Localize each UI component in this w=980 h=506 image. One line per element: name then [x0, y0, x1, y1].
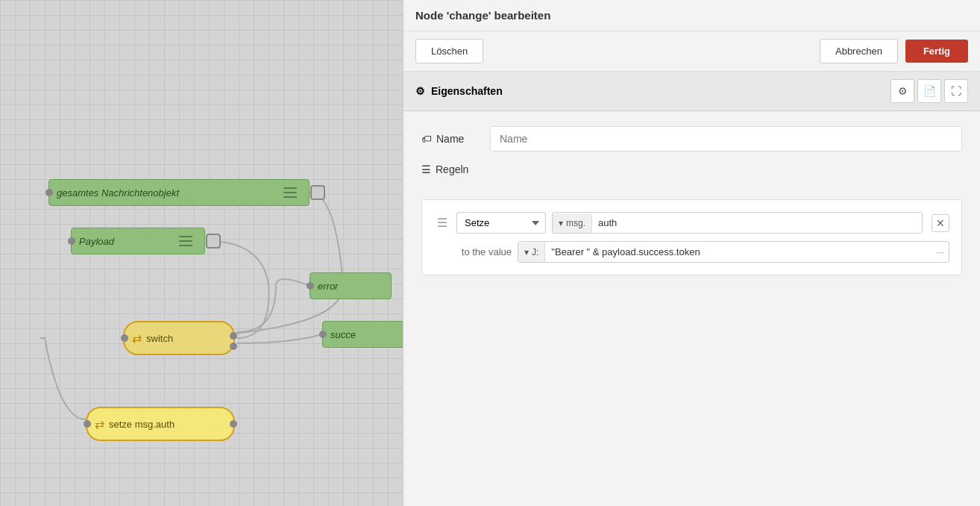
eigenschaften-title: ⚙ Eigenschaften	[415, 85, 891, 97]
port-left	[121, 334, 128, 342]
msg-input[interactable]	[592, 213, 922, 233]
name-label: 🏷 Name	[421, 133, 481, 145]
editor-content: ⚙ Eigenschaften ⚙ 📄 ⛶ 🏷 Name ☰	[403, 72, 980, 506]
value-label: to the value	[452, 246, 512, 257]
eigenschaften-label: Eigenschaften	[431, 85, 503, 97]
name-row: 🏷 Name	[421, 126, 962, 152]
node-setze[interactable]: ⇄ setze msg.auth	[86, 407, 235, 441]
list-icon	[179, 236, 192, 246]
drag-handle[interactable]: ☰	[434, 213, 450, 233]
abbrechen-button[interactable]: Abbrechen	[820, 39, 898, 63]
list-icon	[283, 187, 297, 198]
tab-expand-button[interactable]: ⛶	[944, 79, 968, 103]
port-left	[45, 189, 53, 196]
msg-field-container: ▾ msg.	[552, 212, 923, 234]
regeln-label: ☰ Regeln	[421, 163, 962, 175]
node-switch[interactable]: ⇄ switch	[123, 321, 235, 355]
tab-document-button[interactable]: 📄	[917, 79, 941, 103]
port-right	[206, 234, 221, 249]
port-left	[319, 331, 327, 338]
port-right-2	[230, 343, 237, 350]
node-error[interactable]: error	[310, 272, 392, 299]
node-payload[interactable]: Payload	[71, 228, 205, 254]
fertig-button[interactable]: Fertig	[905, 40, 968, 63]
node-succe[interactable]: succe	[322, 321, 403, 348]
value-more-button[interactable]: ···	[932, 243, 949, 260]
value-row: to the value ▾ J: ···	[434, 241, 949, 263]
tag-icon: 🏷	[421, 133, 432, 145]
name-input[interactable]	[490, 126, 962, 152]
action-select[interactable]: Setze Ändern Löschen Verschieben	[456, 212, 546, 234]
node-label: error	[318, 281, 338, 292]
editor-title: Node 'change' bearbeiten	[403, 0, 980, 31]
node-nachrichten[interactable]: gesamtes Nachrichtenobjekt	[48, 179, 310, 206]
node-label: gesamtes Nachrichtenobjekt	[57, 187, 179, 199]
rule-box: ☰ Setze Ändern Löschen Verschieben ▾ msg…	[421, 199, 962, 275]
editor-panel: Node 'change' bearbeiten Löschen Abbrech…	[403, 0, 980, 506]
node-label: setze msg.auth	[109, 419, 175, 430]
node-label: switch	[146, 333, 173, 344]
eigenschaften-bar: ⚙ Eigenschaften ⚙ 📄 ⛶	[403, 72, 980, 111]
dropdown-arrow: ▾	[559, 218, 563, 228]
value-dropdown-arrow: ▾	[524, 247, 529, 257]
gear-icon: ⚙	[415, 85, 425, 97]
flow-canvas[interactable]: gesamtes Nachrichtenobjekt Payload ⇄ swi…	[0, 0, 403, 506]
editor-title-text: Node 'change' bearbeiten	[415, 9, 550, 22]
loschen-button[interactable]: Löschen	[415, 39, 483, 63]
editor-toolbar: Löschen Abbrechen Fertig	[403, 31, 980, 72]
value-prefix-text: J:	[532, 247, 538, 257]
list-icon: ☰	[421, 163, 431, 175]
port-left	[307, 282, 314, 290]
port-left	[68, 237, 75, 245]
port-right	[230, 420, 237, 428]
delete-rule-button[interactable]: ✕	[932, 214, 949, 232]
value-prefix[interactable]: ▾ J:	[518, 243, 545, 262]
msg-prefix-text: msg.	[566, 218, 585, 228]
node-label: Payload	[79, 236, 114, 247]
port-right	[310, 185, 325, 200]
msg-prefix[interactable]: ▾ msg.	[553, 213, 592, 233]
port-left	[84, 420, 91, 428]
value-input[interactable]	[545, 242, 932, 262]
form-section: 🏷 Name ☰ Regeln	[403, 111, 980, 199]
eigenschaften-icons: ⚙ 📄 ⛶	[891, 79, 968, 103]
port-right-1	[230, 332, 237, 340]
node-label: succe	[330, 329, 356, 340]
rule-action-row: ☰ Setze Ändern Löschen Verschieben ▾ msg…	[434, 212, 949, 234]
tab-gear-button[interactable]: ⚙	[891, 79, 914, 103]
value-field-container: ▾ J: ···	[518, 241, 949, 263]
